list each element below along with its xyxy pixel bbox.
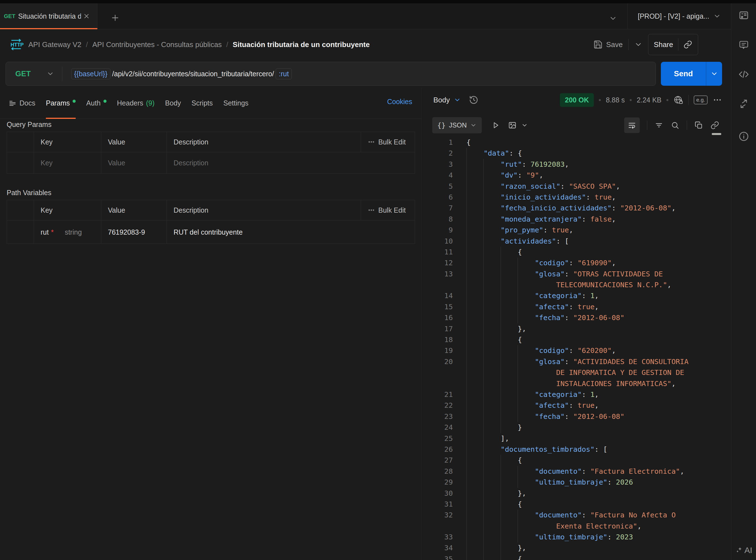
param-key-input[interactable] bbox=[41, 159, 101, 167]
path-variable-key[interactable]: rut * string bbox=[34, 220, 101, 244]
code-line: 20"glosa": "ACTIVIDADES DE CONSULTORIA bbox=[422, 356, 724, 367]
tab-docs[interactable]: Docs bbox=[8, 88, 35, 119]
save-icon bbox=[593, 40, 603, 49]
cookies-link[interactable]: Cookies bbox=[387, 98, 412, 106]
tab-body[interactable]: Body bbox=[165, 88, 181, 119]
response-toolbar: {} JSON bbox=[422, 114, 731, 137]
right-sidebar: AI bbox=[731, 3, 756, 560]
share-button[interactable]: Share bbox=[648, 34, 698, 55]
response-history-icon[interactable] bbox=[469, 95, 479, 105]
path-param-rut[interactable]: :rut bbox=[276, 68, 292, 79]
close-icon[interactable] bbox=[82, 11, 91, 21]
visualize-image-icon[interactable] bbox=[508, 121, 517, 130]
code-line: 34}, bbox=[422, 542, 724, 553]
code-line: 15"afecta": true, bbox=[422, 301, 724, 312]
breadcrumb-collection[interactable]: API Gateway V2 bbox=[28, 40, 82, 49]
tab-bar: GET Situación tributaria de [PROD] - [V2… bbox=[0, 3, 756, 29]
code-line: 1{ bbox=[422, 137, 724, 148]
chevron-down-icon bbox=[713, 12, 721, 20]
related-requests-icon[interactable] bbox=[738, 98, 749, 109]
param-description-input[interactable] bbox=[173, 159, 415, 167]
postbot-ai-icon[interactable]: AI bbox=[735, 545, 752, 555]
share-response-link-icon[interactable] bbox=[710, 121, 719, 130]
tab-auth[interactable]: Auth bbox=[86, 88, 106, 119]
response-more-options-icon[interactable] bbox=[713, 95, 722, 105]
tab-list-chevron-down-icon[interactable] bbox=[606, 12, 620, 24]
filter-icon[interactable] bbox=[654, 121, 664, 130]
line-number: 4 bbox=[422, 170, 453, 181]
preview-play-icon[interactable] bbox=[491, 121, 500, 130]
request-tab[interactable]: GET Situación tributaria de bbox=[0, 3, 97, 29]
breadcrumb-folder[interactable]: API Contribuyentes - Consultas públicas bbox=[92, 40, 222, 49]
code-line: 24} bbox=[422, 422, 724, 433]
code-line: 3"rut": 76192083, bbox=[422, 159, 724, 170]
network-info-globe-lock-icon[interactable] bbox=[673, 95, 684, 105]
tab-scripts[interactable]: Scripts bbox=[192, 88, 213, 119]
method-selector[interactable]: GET bbox=[6, 69, 62, 78]
send-button[interactable]: Send bbox=[661, 62, 722, 86]
response-time[interactable]: 8.88 s bbox=[606, 96, 625, 104]
url-editor[interactable]: {{baseUrl}} /api/v2/sii/contribuyentes/s… bbox=[62, 66, 292, 81]
environment-selector[interactable]: [PROD] - [V2] - apiga... bbox=[628, 3, 731, 29]
status-badge[interactable]: 200 OK bbox=[560, 93, 594, 107]
request-name[interactable]: Situación tributaria de un contribuyente bbox=[233, 40, 370, 49]
code-line: DE INFORMATICA Y DE GESTION DE bbox=[422, 367, 724, 378]
param-value-input[interactable] bbox=[108, 159, 167, 167]
line-number bbox=[422, 378, 453, 389]
line-number: 10 bbox=[422, 236, 453, 246]
line-number: 25 bbox=[422, 433, 453, 444]
code-snippet-icon[interactable] bbox=[738, 68, 750, 80]
send-options-chevron-down-icon[interactable] bbox=[706, 62, 722, 86]
copy-link-icon[interactable] bbox=[684, 40, 692, 49]
code-line: 26"documentos_timbrados": [ bbox=[422, 444, 724, 455]
environment-quick-look-icon[interactable] bbox=[738, 9, 750, 21]
line-number: 24 bbox=[422, 422, 453, 433]
save-options-chevron-down-icon[interactable] bbox=[634, 40, 643, 49]
code-line: 7"fecha_inicio_actividades": "2012-06-08… bbox=[422, 203, 724, 214]
response-size[interactable]: 2.24 KB bbox=[637, 96, 662, 104]
response-format-selector[interactable]: {} JSON bbox=[432, 117, 482, 133]
code-line: 31{ bbox=[422, 499, 724, 509]
code-line: INSTALACIONES INFORMATICAS", bbox=[422, 378, 724, 389]
line-number bbox=[422, 367, 453, 378]
response-body-selector[interactable]: Body bbox=[433, 96, 461, 104]
bulk-edit-button[interactable]: Bulk Edit bbox=[361, 132, 415, 152]
save-as-example-icon[interactable]: e.g. bbox=[694, 96, 708, 104]
query-params-table: Key Value Description Bulk Edit bbox=[7, 132, 415, 174]
params-modified-dot bbox=[72, 100, 76, 103]
code-line: 23"fecha": "2012-06-08" bbox=[422, 411, 724, 422]
line-number: 11 bbox=[422, 246, 453, 257]
response-json-viewer[interactable]: 1{2"data": {3"rut": 76192083,4"dv": "9",… bbox=[422, 137, 724, 560]
environment-name: [PROD] - [V2] - apiga... bbox=[638, 12, 709, 20]
new-tab-plus-icon[interactable] bbox=[109, 12, 121, 24]
table-header-row: Key Value Description Bulk Edit bbox=[7, 132, 415, 152]
headers-count: (9) bbox=[146, 99, 155, 107]
scrollbar-thumb[interactable] bbox=[712, 133, 721, 135]
tab-settings[interactable]: Settings bbox=[223, 88, 248, 119]
svg-text:HTTP: HTTP bbox=[10, 42, 24, 47]
code-line: 14"categoria": 1, bbox=[422, 290, 724, 301]
line-number: 22 bbox=[422, 400, 453, 411]
info-icon[interactable] bbox=[738, 131, 750, 142]
line-number: 12 bbox=[422, 257, 453, 268]
copy-response-icon[interactable] bbox=[694, 121, 703, 130]
visualize-chevron-down-icon[interactable] bbox=[521, 122, 528, 128]
code-line: 33"ultimo_timbraje": 2023 bbox=[422, 532, 724, 542]
base-url-variable[interactable]: {{baseUrl}} bbox=[71, 68, 111, 79]
comments-icon[interactable] bbox=[738, 39, 749, 51]
wrap-text-toggle[interactable] bbox=[624, 117, 640, 133]
tab-params[interactable]: Params bbox=[46, 88, 76, 119]
auth-modified-dot bbox=[103, 100, 107, 103]
save-button[interactable]: Save bbox=[593, 40, 623, 49]
search-icon[interactable] bbox=[671, 121, 679, 130]
line-number: 32 bbox=[422, 509, 453, 520]
required-asterisk: * bbox=[51, 228, 54, 236]
path-variable-description-input[interactable] bbox=[173, 228, 415, 236]
path-variable-value-input[interactable] bbox=[108, 228, 167, 236]
response-header: Body 200 OK 8.88 s 2.24 KB e.g. bbox=[422, 88, 731, 112]
line-number: 5 bbox=[422, 181, 453, 192]
table-row bbox=[7, 152, 415, 174]
path-variables-label: Path Variables bbox=[7, 189, 51, 197]
bulk-edit-button[interactable]: Bulk Edit bbox=[361, 200, 415, 220]
tab-headers[interactable]: Headers (9) bbox=[117, 88, 155, 119]
